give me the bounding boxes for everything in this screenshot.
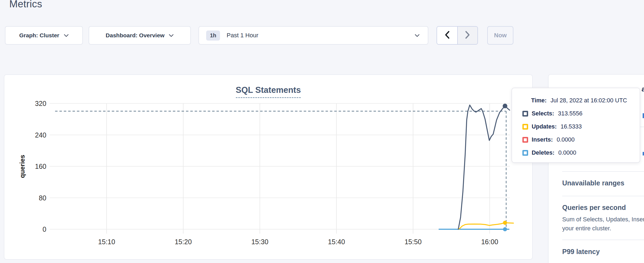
updates-legend-swatch-icon xyxy=(522,124,528,130)
svg-text:240: 240 xyxy=(35,131,46,139)
svg-text:0: 0 xyxy=(43,225,46,233)
tooltip-series-label: Inserts: xyxy=(532,136,553,143)
time-shift-arrows xyxy=(437,26,478,45)
sidebar-divider xyxy=(562,240,644,240)
tooltip-series-value: 0.0000 xyxy=(558,149,576,156)
tooltip-series-label: Deletes: xyxy=(532,149,555,156)
chart-hover-tooltip: Time: Jul 28, 2022 at 16:02:00 UTC Selec… xyxy=(511,88,640,163)
selects-legend-swatch-icon xyxy=(522,111,528,117)
tooltip-series-value: 0.0000 xyxy=(557,136,575,143)
graph-scope-dropdown[interactable]: Graph: Cluster xyxy=(5,26,83,45)
chevron-down-icon xyxy=(169,34,174,37)
tooltip-deletes-row: Deletes: 0.0000 xyxy=(522,149,576,156)
now-button[interactable]: Now xyxy=(487,26,513,45)
tooltip-time-row: Time: Jul 28, 2022 at 16:02:00 UTC xyxy=(531,97,627,104)
chart-title[interactable]: SQL Statements xyxy=(236,85,301,98)
tooltip-updates-row: Updates: 16.5333 xyxy=(522,123,582,130)
sidebar-item-description: Sum of Selects, Updates, Inser xyxy=(562,216,644,223)
graph-scope-label: Graph: Cluster xyxy=(19,32,59,39)
chevron-right-icon xyxy=(465,30,471,40)
svg-text:queries: queries xyxy=(19,155,26,178)
tooltip-selects-row: Selects: 313.5556 xyxy=(522,110,582,117)
deletes-legend-swatch-icon xyxy=(522,150,528,156)
time-range-badge: 1h xyxy=(206,30,220,41)
sql-statements-chart-card: 08016024032015:1015:2015:3015:4015:5016:… xyxy=(4,74,533,260)
svg-text:15:30: 15:30 xyxy=(251,238,269,246)
page-title: Metrics xyxy=(9,0,42,10)
sidebar-divider xyxy=(562,171,644,172)
svg-text:160: 160 xyxy=(35,163,46,170)
now-button-label: Now xyxy=(494,32,507,39)
svg-text:15:40: 15:40 xyxy=(328,238,345,246)
shift-range-forward-button[interactable] xyxy=(457,27,477,44)
dashboard-label: Dashboard: Overview xyxy=(106,32,165,39)
sidebar-item-description: your entire cluster. xyxy=(562,225,611,232)
svg-text:320: 320 xyxy=(35,100,46,107)
svg-text:16:00: 16:00 xyxy=(481,238,498,246)
tooltip-series-label: Selects: xyxy=(532,110,554,117)
sidebar-item-queries-per-second: Queries per second xyxy=(562,204,626,212)
time-range-label: Past 1 Hour xyxy=(227,32,258,39)
chevron-down-icon xyxy=(64,34,69,37)
dashboard-dropdown[interactable]: Dashboard: Overview xyxy=(89,26,191,45)
inserts-legend-swatch-icon xyxy=(522,137,528,143)
clipped-link-fragment xyxy=(643,113,644,118)
sidebar-divider xyxy=(562,196,644,196)
shift-range-back-button[interactable] xyxy=(437,27,457,44)
svg-text:80: 80 xyxy=(39,194,46,202)
tooltip-inserts-row: Inserts: 0.0000 xyxy=(522,136,574,143)
svg-text:15:20: 15:20 xyxy=(175,238,192,246)
clipped-link-fragment xyxy=(643,152,644,155)
tooltip-time-value: Jul 28, 2022 at 16:02:00 UTC xyxy=(550,97,627,104)
tooltip-series-label: Updates: xyxy=(532,123,557,130)
sidebar-item-p99-latency: P99 latency xyxy=(562,248,600,256)
sidebar-item-unavailable-ranges: Unavailable ranges xyxy=(562,179,624,187)
tooltip-series-value: 16.5333 xyxy=(561,123,582,130)
chevron-left-icon xyxy=(444,30,450,40)
tooltip-time-label: Time: xyxy=(531,97,547,104)
time-range-picker[interactable]: 1h Past 1 Hour xyxy=(198,26,428,45)
svg-text:15:50: 15:50 xyxy=(405,238,422,246)
sql-statements-chart[interactable]: 08016024032015:1015:2015:3015:4015:5016:… xyxy=(4,75,533,260)
tooltip-series-value: 313.5556 xyxy=(558,110,582,117)
clipped-text-fragment: a xyxy=(642,85,644,93)
svg-text:15:10: 15:10 xyxy=(98,238,115,246)
chart-title-wrap: SQL Statements xyxy=(4,85,532,98)
metrics-toolbar: Graph: Cluster Dashboard: Overview 1h Pa… xyxy=(0,26,644,45)
chevron-down-icon xyxy=(415,34,420,37)
